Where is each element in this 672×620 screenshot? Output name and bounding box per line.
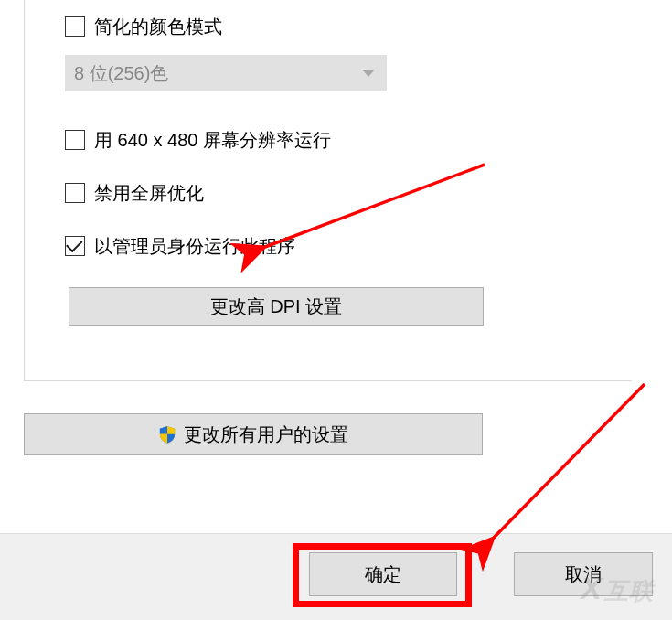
low-res-label: 用 640 x 480 屏幕分辨率运行	[94, 131, 331, 149]
shield-icon	[158, 425, 176, 444]
low-res-row[interactable]: 用 640 x 480 屏幕分辨率运行	[65, 126, 632, 154]
ok-label: 确定	[365, 562, 401, 587]
reduced-color-row[interactable]: 简化的颜色模式	[65, 13, 632, 40]
cancel-label: 取消	[565, 562, 602, 587]
reduced-color-label: 简化的颜色模式	[94, 17, 222, 36]
run-as-admin-row[interactable]: 以管理员身份运行此程序	[65, 232, 632, 260]
low-res-checkbox[interactable]	[65, 130, 85, 150]
disable-fullscreen-label: 禁用全屏优化	[94, 184, 204, 202]
disable-fullscreen-checkbox[interactable]	[65, 183, 85, 203]
reduced-color-checkbox[interactable]	[65, 16, 85, 37]
run-as-admin-checkbox[interactable]	[65, 236, 85, 256]
cancel-button[interactable]: 取消	[514, 552, 653, 596]
compatibility-settings-group: 简化的颜色模式 8 位(256)色 用 640 x 480 屏幕分辨率运行 禁用…	[24, 0, 632, 381]
change-high-dpi-label: 更改高 DPI 设置	[210, 294, 342, 319]
disable-fullscreen-row[interactable]: 禁用全屏优化	[65, 179, 632, 207]
run-as-admin-label: 以管理员身份运行此程序	[94, 237, 295, 255]
change-all-users-button[interactable]: 更改所有用户的设置	[24, 413, 483, 455]
chevron-down-icon	[363, 70, 374, 77]
change-all-users-label: 更改所有用户的设置	[184, 422, 348, 447]
ok-button[interactable]: 确定	[309, 552, 457, 596]
dialog-footer: 确定 取消	[0, 533, 672, 620]
color-mode-selected-value: 8 位(256)色	[74, 61, 168, 86]
color-mode-select: 8 位(256)色	[65, 55, 387, 91]
change-high-dpi-button[interactable]: 更改高 DPI 设置	[69, 287, 484, 326]
annotation-arrow-2	[494, 384, 645, 538]
